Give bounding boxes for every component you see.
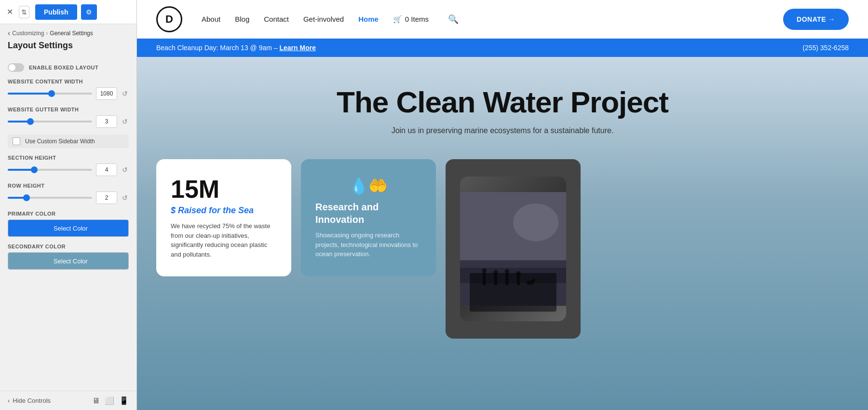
preview-panel: D About Blog Contact Get-involved Home 🛒…: [137, 0, 868, 410]
secondary-color-swatch: [8, 253, 13, 269]
nav-get-involved[interactable]: Get-involved: [303, 15, 344, 23]
stat-label: $ Raised for the Sea: [171, 205, 277, 216]
panel-footer: ‹ Hide Controls 🖥 ⬜ 📱: [0, 391, 136, 410]
panel-body: Enable Boxed Layout Website Content Widt…: [0, 56, 136, 391]
hide-controls-label: Hide Controls: [13, 397, 51, 404]
chevron-left-icon: ‹: [8, 397, 10, 404]
enable-boxed-toggle[interactable]: [8, 63, 24, 72]
stat-number: 15M: [171, 177, 277, 202]
coastal-photo-svg: [460, 177, 566, 321]
svg-rect-16: [532, 282, 533, 285]
nav-about[interactable]: About: [202, 15, 220, 23]
section-height-value: 4: [96, 164, 117, 176]
gutter-width-label: Website Gutter Width: [8, 107, 129, 112]
svg-point-2: [513, 204, 558, 242]
close-button[interactable]: ✕: [5, 5, 15, 18]
content-width-slider[interactable]: [8, 93, 92, 95]
site-logo: D: [156, 6, 182, 32]
cards-row: 15M $ Raised for the Sea We have recycle…: [137, 159, 868, 339]
nav-links: About Blog Contact Get-involved Home 🛒 0…: [202, 14, 783, 25]
announcement-bar: Beach Cleanup Day: March 13 @ 9am – Lear…: [137, 39, 868, 57]
custom-sidebar-checkbox[interactable]: [13, 137, 20, 145]
primary-color-label: Primary Color: [8, 211, 129, 217]
enable-boxed-label: Enable Boxed Layout: [29, 65, 98, 70]
photo-card: [446, 159, 581, 339]
svg-point-11: [516, 272, 520, 276]
svg-rect-15: [529, 282, 530, 285]
announcement-text: Beach Cleanup Day: March 13 @ 9am – Lear…: [156, 44, 316, 52]
primary-color-swatch: [8, 220, 13, 236]
view-icons: 🖥 ⬜ 📱: [92, 396, 129, 405]
tablet-view-button[interactable]: ⬜: [105, 396, 114, 405]
content-width-reset[interactable]: ↺: [121, 89, 129, 98]
svg-rect-6: [494, 273, 497, 285]
svg-rect-8: [505, 273, 508, 285]
content-width-label: Website Content Width: [8, 79, 129, 84]
mobile-view-button[interactable]: 📱: [119, 396, 129, 405]
hero-subtitle: Join us in preserving marine ecosystems …: [392, 126, 614, 135]
gutter-width-slider[interactable]: [8, 121, 92, 123]
site-nav: D About Blog Contact Get-involved Home 🛒…: [137, 0, 868, 39]
primary-select-color-button[interactable]: Select Color: [13, 220, 128, 236]
left-panel: ✕ ⇅ Publish ⚙ ‹ Customizing › General Se…: [0, 0, 137, 410]
desktop-view-button[interactable]: 🖥: [92, 396, 100, 405]
breadcrumb-parent: Customizing: [12, 30, 44, 37]
row-height-label: Row Height: [8, 183, 129, 189]
hero-section: The Clean Water Project Join us in prese…: [137, 57, 868, 410]
gutter-width-section: Website Gutter Width 3 ↺: [8, 107, 129, 128]
custom-sidebar-row: Use Custom Sidebar Width: [8, 135, 129, 148]
row-height-section: Row Height 2 ↺: [8, 183, 129, 204]
svg-rect-14: [528, 282, 529, 285]
nav-home[interactable]: Home: [358, 15, 379, 23]
secondary-color-label: Secondary Color: [8, 244, 129, 249]
nav-contact[interactable]: Contact: [264, 15, 289, 23]
announcement-link[interactable]: Learn More: [279, 44, 315, 52]
hero-title: The Clean Water Project: [337, 86, 668, 119]
row-height-reset[interactable]: ↺: [121, 193, 129, 203]
water-drop-icon: 💧🤲: [315, 177, 421, 195]
row-height-slider[interactable]: [8, 197, 92, 199]
gear-button[interactable]: ⚙: [81, 4, 97, 20]
stat-body: We have recycled 75% of the waste from o…: [171, 221, 277, 259]
section-height-slider[interactable]: [8, 169, 92, 171]
breadcrumb: ‹ Customizing › General Settings: [0, 24, 136, 40]
svg-point-5: [482, 268, 487, 273]
secondary-select-color-button[interactable]: Select Color: [13, 253, 128, 269]
svg-rect-4: [483, 272, 486, 285]
section-height-label: Section Height: [8, 155, 129, 161]
svg-point-13: [532, 279, 535, 282]
svg-point-9: [505, 269, 509, 273]
donate-button[interactable]: DONATE →: [783, 9, 849, 30]
content-width-value: 1080: [96, 87, 117, 100]
row-height-value: 2: [96, 191, 117, 204]
panel-topbar: ✕ ⇅ Publish ⚙: [0, 0, 136, 24]
svg-rect-3: [460, 268, 566, 283]
back-button[interactable]: ‹: [8, 29, 10, 38]
custom-sidebar-label: Use Custom Sidebar Width: [25, 138, 95, 145]
page-title: Layout Settings: [0, 40, 136, 56]
stat-card: 15M $ Raised for the Sea We have recycle…: [156, 159, 291, 276]
primary-color-section: Primary Color Select Color: [8, 211, 129, 237]
svg-point-7: [493, 270, 498, 274]
cart-icon: 🛒: [393, 15, 402, 24]
hide-controls-button[interactable]: ‹ Hide Controls: [8, 397, 51, 404]
gutter-width-reset[interactable]: ↺: [121, 117, 129, 126]
secondary-color-section: Secondary Color Select Color: [8, 244, 129, 270]
photo-image: [460, 177, 566, 321]
breadcrumb-child: General Settings: [50, 30, 93, 37]
search-icon[interactable]: 🔍: [448, 14, 459, 25]
sort-button[interactable]: ⇅: [19, 6, 29, 18]
svg-point-12: [527, 280, 534, 284]
svg-rect-10: [517, 275, 520, 285]
nav-cart[interactable]: 🛒 0 Items: [393, 15, 429, 24]
cart-label: 0 Items: [405, 15, 429, 23]
svg-rect-1: [460, 260, 566, 306]
section-height-section: Section Height 4 ↺: [8, 155, 129, 176]
section-height-reset[interactable]: ↺: [121, 165, 129, 175]
research-heading: Research and Innovation: [315, 201, 421, 226]
enable-boxed-row: Enable Boxed Layout: [8, 63, 129, 72]
nav-blog[interactable]: Blog: [235, 15, 249, 23]
announcement-phone: (255) 352-6258: [802, 44, 849, 52]
research-body: Showcasing ongoing research projects, te…: [315, 231, 421, 259]
publish-button[interactable]: Publish: [35, 4, 77, 20]
